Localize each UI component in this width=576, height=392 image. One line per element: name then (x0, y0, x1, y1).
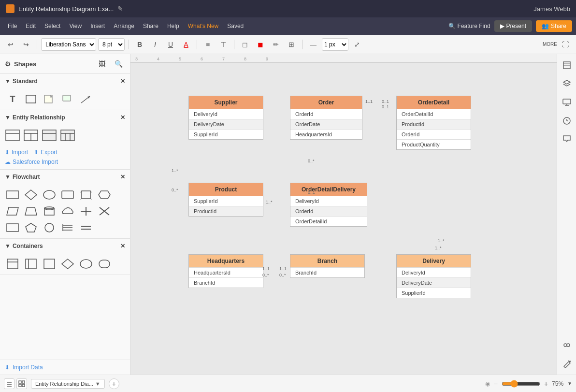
italic-button[interactable]: I (148, 38, 162, 51)
menu-help[interactable]: Help (163, 21, 183, 31)
add-page-button[interactable]: + (109, 378, 119, 389)
zoom-minus-button[interactable]: − (494, 380, 498, 388)
salesforce-button[interactable]: ☁ Salesforce Import (0, 159, 130, 169)
menu-file[interactable]: File (4, 21, 21, 31)
arrow-shape[interactable] (78, 92, 94, 106)
fc-rect[interactable] (5, 188, 20, 202)
undo-button[interactable]: ↩ (4, 38, 17, 51)
line-color-button[interactable]: ✏ (269, 38, 283, 51)
align-toggle-button[interactable]: ⊤ (216, 38, 230, 51)
zoom-plus-button[interactable]: + (544, 380, 548, 388)
search-shapes-button[interactable]: 🔍 (112, 57, 125, 71)
font-family-select[interactable]: Liberation Sans (41, 38, 96, 51)
present-button[interactable]: ▶ Present (494, 20, 532, 32)
menu-select[interactable]: Select (41, 21, 64, 31)
fc-rect3[interactable] (78, 188, 94, 202)
er-table3-shape[interactable] (42, 129, 57, 142)
zoom-down-arrow[interactable]: ▼ (567, 381, 572, 386)
fc-pentagon[interactable] (23, 221, 39, 234)
delivery-table[interactable]: Delivery DeliveryId DeliveryDate Supplie… (396, 254, 471, 298)
waypoint-button[interactable]: ⤢ (350, 38, 364, 51)
screen-button[interactable] (560, 95, 574, 109)
zoom-slider[interactable] (502, 380, 540, 388)
bold-button[interactable]: B (133, 38, 146, 51)
canvas-area[interactable]: 3 4 5 6 7 8 9 1..* 0..* 1..1 0..1 (130, 54, 557, 375)
list-view-button[interactable] (4, 378, 14, 389)
menu-edit[interactable]: Edit (22, 21, 40, 31)
menu-arrange[interactable]: Arrange (110, 21, 138, 31)
export-button[interactable]: ⬆ Export (34, 149, 58, 156)
cont-diamond[interactable] (60, 257, 75, 271)
flowchart-section-header[interactable]: ▼ Flowchart ✕ (0, 170, 130, 184)
image-insert-button[interactable]: 🖼 (95, 57, 109, 71)
fc-trapezoid[interactable] (23, 204, 39, 218)
zoom-percent[interactable]: 75% (552, 380, 563, 387)
er-table4-shape[interactable] (60, 129, 75, 142)
fc-hexagon[interactable] (97, 188, 112, 202)
import-data-button[interactable]: Import Data (13, 364, 43, 371)
share-button[interactable]: 👥 Share (536, 20, 572, 32)
standard-section-header[interactable]: ▼ Standard ✕ (0, 74, 130, 88)
fc-parallelogram[interactable] (5, 204, 20, 218)
shape-fill-button[interactable]: ◻ (238, 38, 252, 51)
text-shape[interactable]: T (5, 92, 20, 106)
format-panel-button[interactable] (560, 338, 574, 352)
import-button[interactable]: ⬇ Import (5, 149, 28, 156)
note-shape[interactable] (42, 92, 57, 106)
orderdetaildelivery-table[interactable]: OrderDetailDelivery DeliveryId OrderId O… (290, 183, 367, 227)
fc-cross[interactable] (78, 204, 94, 218)
menu-share[interactable]: Share (139, 21, 162, 31)
er-section-header[interactable]: ▼ Entity Relationship ✕ (0, 110, 130, 125)
feature-find-button[interactable]: 🔍 Feature Find (448, 23, 490, 29)
layers-button[interactable] (560, 76, 574, 91)
align-left-button[interactable]: ≡ (201, 38, 215, 51)
pages-button[interactable] (560, 58, 574, 73)
page-tab[interactable]: Entity Relationship Dia... ▼ (31, 379, 105, 389)
fc-ellipse[interactable] (42, 188, 57, 202)
chat-button[interactable] (560, 131, 574, 146)
branch-table[interactable]: Branch BranchId (290, 254, 365, 278)
order-table[interactable]: Order OrderId OrderDate HeadquartersId (290, 96, 362, 140)
cont-plain[interactable] (42, 257, 57, 271)
containers-close[interactable]: ✕ (120, 243, 125, 249)
fc-rect4[interactable] (5, 221, 20, 234)
fc-xmark[interactable] (97, 204, 112, 218)
cont-horizontal[interactable] (23, 257, 39, 271)
fc-list[interactable] (60, 221, 75, 234)
fc-circle[interactable] (42, 221, 57, 234)
fc-equals[interactable] (78, 221, 94, 234)
rect-shape[interactable] (23, 92, 39, 106)
cont-vertical[interactable] (5, 257, 20, 271)
edit-title-icon[interactable]: ✎ (117, 5, 123, 13)
headquarters-table[interactable]: Headquarters HeadquartersId BranchId (188, 254, 263, 288)
menu-insert[interactable]: Insert (86, 21, 109, 31)
menu-whats-new[interactable]: What's New (184, 21, 223, 31)
fc-diamond[interactable] (23, 188, 39, 202)
fc-cloud[interactable] (60, 204, 75, 218)
orderdetail-table[interactable]: OrderDetail OrderDetailId ProductId Orde… (396, 96, 471, 150)
font-size-select[interactable]: 8 pt (98, 38, 125, 51)
stroke-style-button[interactable]: — (306, 38, 320, 51)
format-button[interactable]: ⊞ (285, 38, 298, 51)
grid-view-button[interactable] (16, 378, 27, 389)
cont-stadium[interactable] (97, 257, 112, 271)
menu-view[interactable]: View (65, 21, 86, 31)
supplier-table[interactable]: Supplier DeliveryId DeliveryDate Supplie… (188, 96, 263, 140)
menu-saved[interactable]: Saved (223, 21, 247, 31)
er-table2-shape[interactable] (23, 129, 39, 142)
stroke-width-select[interactable]: 1 px (322, 38, 348, 51)
fc-cylinder[interactable] (42, 204, 57, 218)
callout-shape[interactable] (60, 92, 75, 106)
magic-button[interactable] (560, 356, 574, 371)
more-button[interactable]: MORE (543, 38, 557, 51)
fill-color-button[interactable]: ◼ (254, 38, 267, 51)
fc-rect2[interactable] (60, 188, 75, 202)
product-table[interactable]: Product SupplierId ProductId (188, 183, 263, 217)
er-close[interactable]: ✕ (120, 114, 125, 121)
font-color-button[interactable]: A (179, 38, 193, 51)
redo-button[interactable]: ↪ (19, 38, 33, 51)
standard-close[interactable]: ✕ (120, 78, 125, 85)
underline-button[interactable]: U (164, 38, 177, 51)
er-table1-shape[interactable] (5, 129, 20, 142)
containers-section-header[interactable]: ▼ Containers ✕ (0, 239, 130, 253)
